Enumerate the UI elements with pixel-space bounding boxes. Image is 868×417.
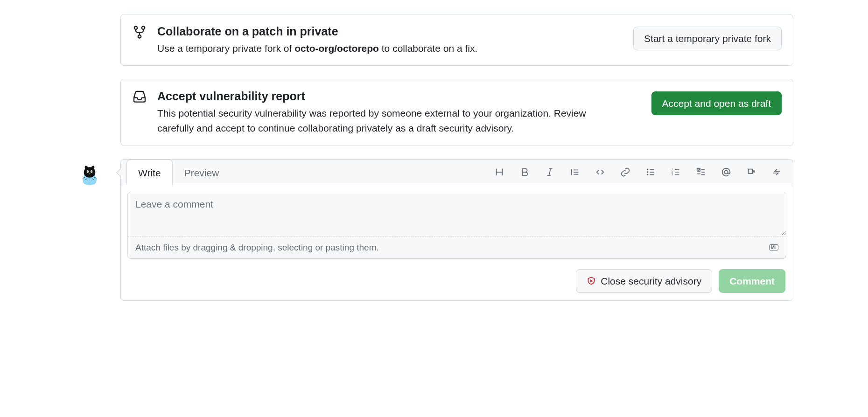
collaborate-desc: Use a temporary private fork of octo-org… — [157, 41, 605, 56]
collaborate-card: Collaborate on a patch in private Use a … — [120, 14, 793, 66]
svg-point-9 — [647, 169, 648, 170]
svg-point-2 — [138, 35, 141, 38]
svg-point-10 — [647, 172, 648, 173]
reply-icon[interactable] — [770, 165, 784, 179]
inbox-icon — [132, 89, 149, 106]
comment-tab-header: Write Preview 123 — [121, 160, 793, 185]
svg-point-3 — [83, 177, 96, 181]
bold-icon[interactable] — [518, 165, 532, 179]
italic-icon[interactable] — [543, 165, 557, 179]
fork-icon — [132, 24, 149, 41]
task-list-icon[interactable] — [694, 165, 708, 179]
unordered-list-icon[interactable] — [644, 165, 658, 179]
quote-icon[interactable] — [568, 165, 582, 179]
code-icon[interactable] — [593, 165, 607, 179]
comment-button[interactable]: Comment — [719, 269, 785, 293]
svg-point-8 — [89, 173, 91, 174]
accept-desc: This potential security vulnerability wa… — [157, 106, 605, 136]
close-security-advisory-button[interactable]: Close security advisory — [576, 269, 712, 293]
svg-point-16 — [724, 170, 728, 174]
attach-files-hint[interactable]: Attach files by dragging & dropping, sel… — [128, 236, 786, 258]
accept-report-card: Accept vulnerability report This potenti… — [120, 79, 793, 146]
collaborate-title: Collaborate on a patch in private — [157, 24, 626, 39]
accept-title: Accept vulnerability report — [157, 89, 644, 104]
comment-box: Write Preview 123 — [120, 159, 793, 301]
formatting-toolbar: 123 — [492, 160, 787, 185]
svg-point-1 — [142, 26, 145, 29]
tab-write[interactable]: Write — [126, 160, 173, 185]
tab-preview[interactable]: Preview — [173, 160, 231, 185]
ordered-list-icon[interactable]: 123 — [669, 165, 683, 179]
svg-text:3: 3 — [672, 173, 673, 176]
accept-open-draft-button[interactable]: Accept and open as draft — [651, 91, 782, 115]
start-private-fork-button[interactable]: Start a temporary private fork — [633, 27, 782, 50]
svg-point-6 — [87, 171, 88, 172]
heading-icon[interactable] — [492, 165, 506, 179]
svg-point-7 — [91, 171, 92, 172]
svg-point-0 — [134, 26, 137, 29]
comment-textarea[interactable] — [128, 192, 786, 235]
avatar — [77, 159, 103, 185]
svg-point-11 — [647, 174, 648, 175]
link-icon[interactable] — [618, 165, 632, 179]
mention-icon[interactable] — [719, 165, 733, 179]
cross-reference-icon[interactable] — [744, 165, 758, 179]
shield-x-icon — [587, 276, 596, 285]
markdown-icon[interactable]: M↓ — [769, 244, 778, 250]
